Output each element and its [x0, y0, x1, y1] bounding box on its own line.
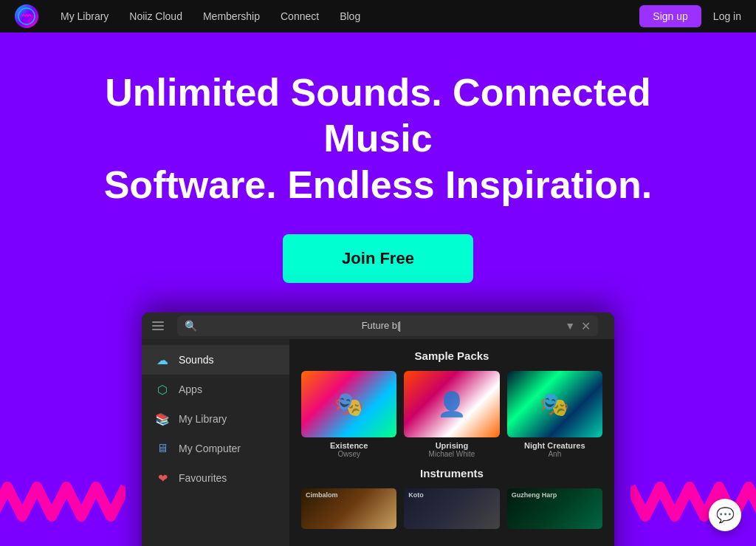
- search-input[interactable]: Future b|: [203, 320, 559, 332]
- sidebar-item-apps[interactable]: ⬡ Apps: [142, 375, 289, 404]
- filter-icon[interactable]: ▼: [565, 320, 575, 332]
- library-icon: 📚: [155, 412, 170, 426]
- nav-right: Sign up Log in: [639, 5, 741, 27]
- sidebar-apps-label: Apps: [179, 383, 202, 395]
- signup-button[interactable]: Sign up: [639, 5, 701, 27]
- nav-my-library[interactable]: My Library: [61, 10, 109, 22]
- chat-button[interactable]: 💬: [709, 499, 741, 531]
- instruments-section: Instruments Cimbalom Koto Guzheng Harp: [301, 467, 602, 529]
- pack-name-3: Night Creatures: [507, 441, 602, 450]
- nav-noiiz-cloud[interactable]: Noiiz Cloud: [129, 10, 182, 22]
- svg-point-0: [18, 8, 35, 24]
- zigzag-left-decoration: [0, 472, 126, 531]
- sidebar-favourites-label: Favourites: [179, 472, 227, 484]
- pack-thumb-3: 🎭: [507, 371, 602, 437]
- hero-section: Unlimited Sounds. Connected Music Softwa…: [0, 33, 756, 546]
- instruments-title: Instruments: [301, 467, 602, 480]
- nav-membership[interactable]: Membership: [203, 10, 260, 22]
- pack-item-uprising[interactable]: 👤 Uprising Michael White: [404, 371, 499, 458]
- menu-bars-icon[interactable]: [152, 321, 164, 330]
- app-window: 🔍 Future b| ▼ ✕ ☁ Sounds ⬡ Apps: [142, 313, 614, 546]
- sample-packs-title: Sample Packs: [301, 349, 602, 362]
- apps-icon: ⬡: [155, 382, 170, 397]
- pack-item-existence[interactable]: 🎭 Existence Owsey: [301, 371, 396, 458]
- sidebar-item-computer[interactable]: 🖥 My Computer: [142, 434, 289, 463]
- close-search-icon[interactable]: ✕: [581, 319, 591, 333]
- login-button[interactable]: Log in: [713, 10, 741, 22]
- heart-icon: ❤: [155, 471, 170, 485]
- pack-item-night-creatures[interactable]: 🎭 Night Creatures Anh: [507, 371, 602, 458]
- nav-connect[interactable]: Connect: [281, 10, 319, 22]
- sidebar-item-library[interactable]: 📚 My Library: [142, 404, 289, 434]
- sidebar-library-label: My Library: [179, 413, 227, 425]
- hero-headline: Unlimited Sounds. Connected Music Softwa…: [83, 69, 673, 208]
- sidebar: ☁ Sounds ⬡ Apps 📚 My Library 🖥 My Comput…: [142, 339, 289, 546]
- navbar: My Library Noiiz Cloud Membership Connec…: [0, 0, 756, 33]
- content-area: Sample Packs 🎭 Existence Owsey 👤: [289, 339, 614, 546]
- packs-grid: 🎭 Existence Owsey 👤 Uprising Michael Whi…: [301, 371, 602, 458]
- instrument-cimbalom[interactable]: Cimbalom: [301, 488, 396, 529]
- sidebar-computer-label: My Computer: [179, 443, 241, 454]
- cloud-icon: ☁: [155, 352, 170, 367]
- search-icon: 🔍: [185, 320, 197, 332]
- sidebar-sounds-label: Sounds: [179, 354, 213, 366]
- chat-icon: 💬: [716, 506, 735, 524]
- pack-name-2: Uprising: [404, 441, 499, 450]
- instrument-label-1: Cimbalom: [306, 491, 338, 499]
- sidebar-item-favourites[interactable]: ❤ Favourites: [142, 463, 289, 493]
- pack-thumb-1: 🎭: [301, 371, 396, 437]
- instruments-row: Cimbalom Koto Guzheng Harp: [301, 488, 602, 529]
- search-bar[interactable]: 🔍 Future b| ▼ ✕: [177, 315, 598, 336]
- nav-blog[interactable]: Blog: [340, 10, 360, 22]
- pack-artist-1: Owsey: [301, 450, 396, 458]
- instrument-label-3: Guzheng Harp: [512, 491, 557, 499]
- pack-artist-3: Anh: [507, 450, 602, 458]
- sidebar-item-sounds[interactable]: ☁ Sounds: [142, 345, 289, 375]
- pack-thumb-2: 👤: [404, 371, 499, 437]
- logo[interactable]: [15, 4, 38, 28]
- instrument-koto[interactable]: Koto: [404, 488, 499, 529]
- app-titlebar: 🔍 Future b| ▼ ✕: [142, 313, 614, 339]
- join-free-button[interactable]: Join Free: [283, 234, 473, 283]
- app-body: ☁ Sounds ⬡ Apps 📚 My Library 🖥 My Comput…: [142, 339, 614, 546]
- computer-icon: 🖥: [155, 441, 170, 456]
- pack-artist-2: Michael White: [404, 450, 499, 458]
- pack-name-1: Existence: [301, 441, 396, 450]
- instrument-label-2: Koto: [408, 491, 424, 499]
- nav-links: My Library Noiiz Cloud Membership Connec…: [61, 10, 639, 22]
- instrument-guzheng[interactable]: Guzheng Harp: [507, 488, 602, 529]
